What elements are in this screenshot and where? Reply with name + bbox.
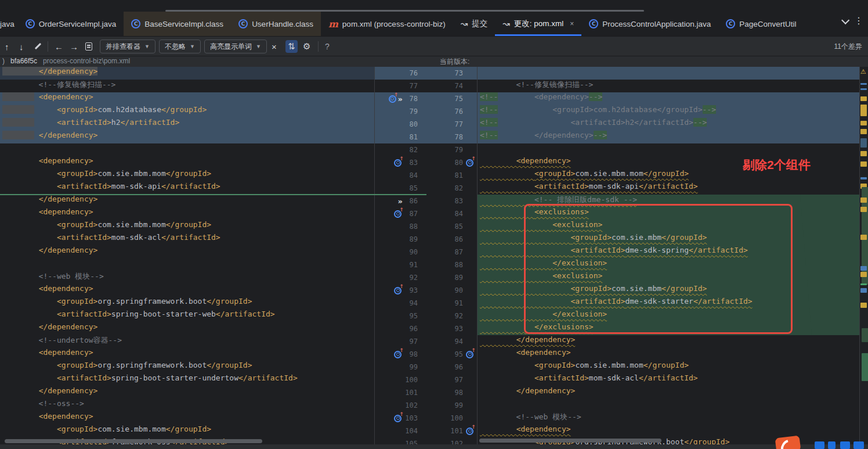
error-stripe[interactable]: ⚠	[859, 67, 868, 449]
stripe-warning-mark[interactable]	[860, 138, 867, 148]
stripe-warning-mark[interactable]	[860, 207, 867, 212]
help-icon[interactable]: ?	[325, 37, 330, 56]
tab-label: OrderServiceImpl.java	[39, 20, 117, 28]
left-code-line: <dependency>	[0, 92, 374, 105]
collapse-unchanged-icon[interactable]: ×	[272, 37, 277, 56]
left-line-number: 96	[402, 325, 418, 333]
left-line-number: 99	[402, 363, 418, 371]
left-line-number: 94	[402, 299, 418, 307]
diff-toolbar: ↑ ↓ ← → 并排查看器▼ 不忽略▼ 高亮显示单词▼ × ⇅ ⚙ ? 11个差…	[0, 36, 868, 56]
stripe-warning-mark[interactable]	[860, 96, 867, 101]
left-line-number: 90	[402, 248, 418, 256]
forward-button[interactable]: →	[70, 37, 78, 56]
left-code-line: <!--oss-->	[0, 399, 374, 412]
class-icon: C	[131, 19, 140, 28]
right-line-number: 86	[447, 235, 463, 243]
navigate-change-icon[interactable]	[466, 159, 473, 167]
stripe-warning-mark[interactable]	[860, 197, 867, 203]
commit-hash: bfa66f5c	[10, 57, 37, 65]
right-line-number: 93	[447, 325, 463, 333]
stripe-warning-mark[interactable]	[860, 129, 867, 134]
left-code-line: </dependency>	[0, 322, 374, 335]
left-line-number: 77	[402, 82, 418, 90]
right-line-number: 100	[447, 414, 463, 422]
stripe-warning-mark[interactable]	[860, 121, 867, 125]
stripe-warning-mark[interactable]	[860, 235, 867, 240]
tab-orderserviceimpl[interactable]: COrderServiceImpl.java	[18, 12, 124, 36]
right-line-number: 101	[447, 427, 463, 435]
close-icon[interactable]: ×	[570, 20, 574, 28]
stripe-warning-mark[interactable]	[860, 272, 867, 277]
tab-label: BaseServiceImpl.class	[144, 20, 223, 28]
changes-icon: ↝	[502, 19, 510, 29]
left-line-number: 88	[402, 222, 418, 231]
next-change-button[interactable]: ↓	[19, 37, 24, 56]
tab-userhandle[interactable]: CUserHandle.class	[231, 12, 321, 36]
left-code-line: <!--修复镜像扫描-->	[0, 80, 374, 92]
diff-view: </dependency> <!--修复镜像扫描--> <dependency>…	[0, 67, 868, 449]
navigate-change-icon[interactable]	[394, 287, 402, 294]
left-code-line: <groupId>org.springframework.boot</group…	[0, 297, 374, 310]
whitespace-dropdown[interactable]: 不忽略▼	[159, 39, 201, 53]
stripe-warning-mark[interactable]	[860, 288, 867, 293]
viewer-mode-dropdown[interactable]: 并排查看器▼	[100, 39, 155, 53]
tab-baseserviceimpl[interactable]: CBaseServiceImpl.class	[124, 12, 231, 36]
navigate-change-icon[interactable]	[394, 415, 402, 422]
warning-icon[interactable]: ⚠	[860, 68, 866, 76]
navigate-change-icon[interactable]	[466, 428, 473, 435]
navigate-change-icon[interactable]	[466, 351, 473, 358]
right-line-number: 84	[447, 210, 463, 218]
stripe-warning-mark[interactable]	[860, 105, 867, 116]
right-line-number: 90	[447, 286, 463, 294]
highlight-mode-dropdown[interactable]: 高亮显示单词▼	[204, 39, 267, 53]
file-list-icon[interactable]	[85, 37, 92, 56]
right-code-line: <artifactId>mom-sdk-acl</artifactId>	[478, 373, 859, 386]
gear-icon[interactable]: ⚙	[303, 37, 310, 56]
right-horizontal-scrollbar[interactable]	[479, 439, 661, 443]
stripe-added-mark[interactable]	[862, 353, 868, 381]
tab-pageconvertutil[interactable]: CPageConvertUtil	[718, 12, 804, 36]
stripe-added-mark[interactable]	[862, 328, 868, 342]
left-line-number: 101	[402, 389, 418, 397]
stripe-warning-mark[interactable]	[860, 161, 867, 167]
file-path: process-control-biz\pom.xml	[43, 57, 130, 65]
back-button[interactable]: ←	[55, 37, 63, 56]
right-code-line: <groupId>com.sie.mbm.mom</groupId>	[478, 361, 859, 373]
navigate-change-icon[interactable]	[394, 351, 402, 358]
left-line-number: 78	[402, 95, 418, 103]
stripe-warning-mark[interactable]	[860, 303, 867, 308]
tab-changes-pomxml[interactable]: ↝更改: pom.xml×	[495, 12, 581, 36]
stripe-warning-mark[interactable]	[860, 83, 867, 85]
left-line-number: 79	[402, 107, 418, 116]
stripe-warning-mark[interactable]	[860, 266, 867, 271]
tab-pomxml[interactable]: mpom.xml (process-control-biz)	[321, 12, 453, 36]
right-line-number: 79	[447, 146, 463, 154]
maven-icon: m	[328, 19, 338, 30]
edit-icon[interactable]	[34, 37, 42, 56]
kebab-menu-icon[interactable]: ⋮	[854, 15, 863, 26]
stripe-warning-mark[interactable]	[860, 177, 867, 179]
stripe-warning-mark[interactable]	[860, 88, 867, 90]
tab-label: UserHandle.class	[252, 20, 313, 28]
left-editor-pane[interactable]: </dependency> <!--修复镜像扫描--> <dependency>…	[0, 67, 374, 449]
sync-scroll-icon[interactable]: ⇅	[285, 37, 298, 56]
gutter-row: 8885	[375, 220, 477, 233]
left-code-line: </dependency>	[0, 246, 374, 258]
left-line-number: 80	[402, 120, 418, 128]
gutter-row: 9895	[375, 348, 477, 361]
stripe-warning-mark[interactable]	[860, 151, 867, 156]
right-code-line: </dependency>	[478, 335, 859, 348]
chevron-down-icon[interactable]	[840, 17, 848, 26]
tab-processcontrolapplication[interactable]: CProcessControlApplication.java	[581, 12, 718, 36]
prev-change-button[interactable]: ↑	[5, 37, 9, 56]
left-horizontal-scrollbar[interactable]	[5, 439, 262, 443]
gutter-row: 10198	[375, 386, 477, 399]
left-code-line	[0, 143, 374, 156]
right-line-number: 89	[447, 274, 463, 282]
navigate-change-icon[interactable]	[389, 95, 396, 103]
navigate-change-icon[interactable]	[394, 159, 402, 167]
stripe-warning-mark[interactable]	[860, 283, 867, 285]
tab-commit[interactable]: ↝提交	[453, 12, 496, 36]
tab-java-partial[interactable]: java	[0, 12, 18, 36]
navigate-change-icon[interactable]	[394, 210, 402, 218]
